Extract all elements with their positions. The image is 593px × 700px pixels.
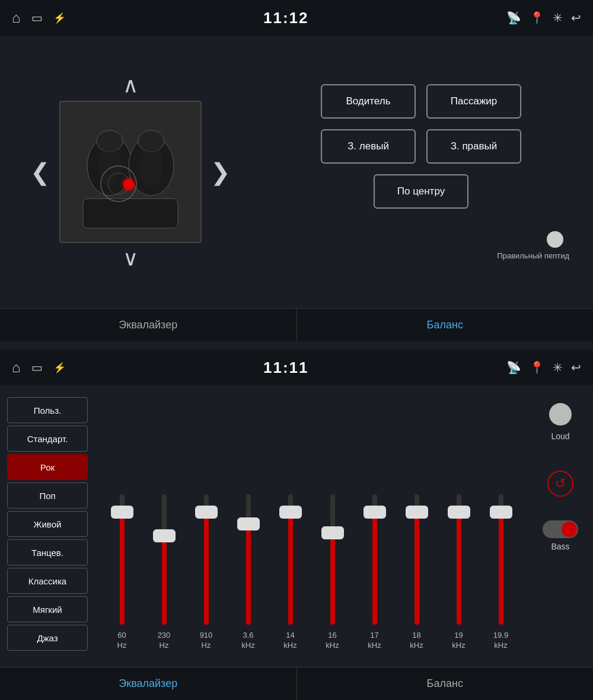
seat-arrow-left[interactable]: ❮ (27, 155, 53, 188)
preset-jazz[interactable]: Джаз (7, 625, 88, 651)
driver-button[interactable]: Водитель (321, 84, 416, 119)
slider-thumb-3[interactable] (237, 517, 260, 530)
slider-thumb-5[interactable] (321, 526, 344, 539)
slider-label-3: 3.6 kHz (241, 631, 254, 651)
slider-col-2: 910 Hz (189, 494, 224, 651)
slider-fill-3 (246, 524, 251, 625)
bass-toggle[interactable] (543, 520, 578, 538)
slider-label-2: 910 Hz (200, 631, 213, 651)
preset-rock[interactable]: Рок (7, 454, 88, 480)
slider-track-5[interactable] (330, 494, 335, 625)
status-bar-bottom: ⌂ ▭ ⚡ 11:11 📡 📍 ✳ ↩ (0, 350, 593, 385)
slider-col-7: 18 kHz (399, 494, 435, 651)
slider-track-4[interactable] (288, 494, 293, 625)
usb-icon-bottom[interactable]: ⚡ (53, 362, 66, 374)
btn-row-middle: З. левый З. правый (321, 129, 521, 164)
screen-icon[interactable]: ▭ (31, 11, 43, 25)
preset-user[interactable]: Польз. (7, 397, 88, 423)
home-icon[interactable]: ⌂ (12, 9, 21, 26)
slider-fill-4 (288, 512, 293, 625)
slider-fill-9 (499, 512, 503, 625)
eq-presets: Польз.Стандарт.РокПопЖивойТанцев.Классик… (0, 391, 95, 657)
location-icon[interactable]: 📍 (530, 11, 544, 25)
svg-rect-5 (83, 199, 178, 228)
slider-label-0: 60 Hz (117, 631, 127, 651)
slider-track-2[interactable] (204, 494, 209, 625)
tab-eq-top[interactable]: Эквалайзер (0, 309, 297, 341)
slider-thumb-1[interactable] (153, 529, 176, 542)
center-button[interactable]: По центру (374, 174, 468, 209)
status-bar-bottom-left: ⌂ ▭ ⚡ (12, 359, 66, 376)
rear-right-button[interactable]: З. правый (426, 129, 521, 164)
svg-point-7 (139, 145, 163, 187)
preset-classic[interactable]: Классика (7, 568, 88, 594)
slider-label-9: 19.9 kHz (493, 631, 508, 651)
tab-balance-bottom[interactable]: Баланс (297, 667, 594, 700)
preset-live[interactable]: Живой (7, 511, 88, 537)
tab-balance-top[interactable]: Баланс (297, 309, 594, 341)
preset-soft[interactable]: Мягкий (7, 596, 88, 622)
cast-icon[interactable]: 📡 (506, 11, 521, 25)
slider-thumb-9[interactable] (490, 506, 512, 519)
slider-track-9[interactable] (499, 494, 503, 625)
status-bar-right-icons: 📡 📍 ✳ ↩ (506, 11, 581, 25)
status-bar-bottom-right: 📡 📍 ✳ ↩ (506, 360, 581, 375)
preset-dance[interactable]: Танцев. (7, 539, 88, 565)
usb-icon[interactable]: ⚡ (53, 12, 66, 24)
rear-left-button[interactable]: З. левый (321, 129, 416, 164)
slider-col-4: 14 kHz (273, 494, 308, 651)
preset-pop[interactable]: Поп (7, 482, 88, 509)
sliders-row: 60 Hz230 Hz910 Hz3.6 kHz14 kHz16 kHz17 k… (101, 397, 522, 657)
screen-icon-bottom[interactable]: ▭ (31, 360, 43, 375)
slider-col-9: 19.9 kHz (483, 494, 519, 651)
back-icon[interactable]: ↩ (571, 11, 581, 25)
slider-track-3[interactable] (246, 494, 251, 625)
slider-thumb-4[interactable] (279, 506, 302, 519)
reset-button[interactable]: ↺ (547, 471, 573, 497)
home-icon-bottom[interactable]: ⌂ (12, 359, 21, 376)
seat-image-wrapper: ❮ (27, 101, 234, 243)
top-tab-bar: Эквалайзер Баланс (0, 308, 593, 341)
slider-col-6: 17 kHz (357, 494, 393, 651)
seat-arrow-up[interactable]: ∧ (114, 70, 147, 101)
slider-track-8[interactable] (457, 494, 461, 625)
slider-thumb-2[interactable] (195, 506, 218, 519)
bottom-tab-bar: Эквалайзер Баланс (0, 667, 593, 700)
seat-arrow-right[interactable]: ❯ (208, 155, 234, 188)
toggle-area: Правильный пептид (267, 231, 575, 260)
slider-track-6[interactable] (372, 494, 377, 625)
bluetooth-icon-bottom[interactable]: ✳ (553, 360, 563, 375)
bluetooth-icon[interactable]: ✳ (553, 11, 563, 25)
preset-standard[interactable]: Стандарт. (7, 426, 88, 452)
slider-thumb-8[interactable] (448, 506, 470, 519)
bass-area: Bass (543, 520, 578, 551)
slider-track-7[interactable] (415, 494, 419, 625)
tab-eq-bottom[interactable]: Эквалайзер (0, 667, 297, 700)
seat-image[interactable] (59, 101, 202, 243)
seat-arrow-down[interactable]: ∨ (114, 243, 147, 274)
status-bar-left-icons: ⌂ ▭ ⚡ (12, 9, 66, 26)
bottom-time-display: 11:11 (263, 359, 309, 377)
eq-content: Польз.Стандарт.РокПопЖивойТанцев.Классик… (0, 385, 593, 663)
slider-thumb-7[interactable] (406, 506, 428, 519)
slider-thumb-0[interactable] (111, 506, 133, 519)
slider-track-1[interactable] (162, 494, 167, 625)
slider-label-4: 14 kHz (283, 631, 296, 651)
back-icon-bottom[interactable]: ↩ (571, 360, 581, 375)
slider-fill-2 (204, 512, 209, 625)
slider-col-1: 230 Hz (146, 494, 182, 651)
slider-label-1: 230 Hz (158, 631, 171, 651)
slider-fill-5 (330, 533, 335, 625)
location-icon-bottom[interactable]: 📍 (530, 360, 544, 375)
slider-fill-7 (415, 512, 419, 625)
loud-toggle[interactable] (549, 403, 572, 426)
cast-icon-bottom[interactable]: 📡 (506, 360, 521, 375)
toggle-circle[interactable] (547, 231, 563, 248)
loud-label: Loud (551, 431, 569, 441)
slider-label-6: 17 kHz (368, 631, 381, 651)
seat-selection-dot[interactable] (123, 179, 134, 190)
passenger-button[interactable]: Пассажир (426, 84, 521, 119)
seat-svg (65, 107, 196, 237)
slider-track-0[interactable] (120, 494, 125, 625)
slider-thumb-6[interactable] (364, 506, 386, 519)
